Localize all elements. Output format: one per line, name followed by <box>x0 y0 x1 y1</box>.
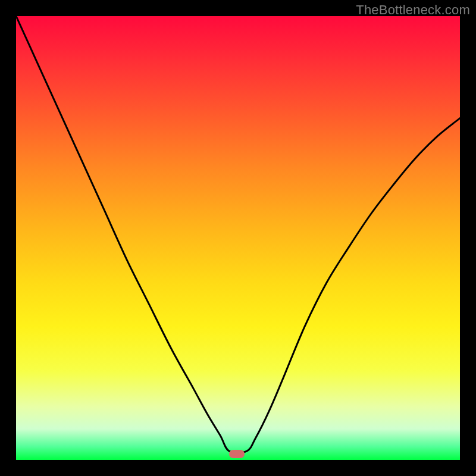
plot-area <box>16 16 460 460</box>
watermark-text: TheBottleneck.com <box>356 2 470 18</box>
optimal-marker <box>229 450 245 458</box>
bottleneck-curve <box>16 16 460 460</box>
chart-frame: TheBottleneck.com <box>0 0 476 476</box>
